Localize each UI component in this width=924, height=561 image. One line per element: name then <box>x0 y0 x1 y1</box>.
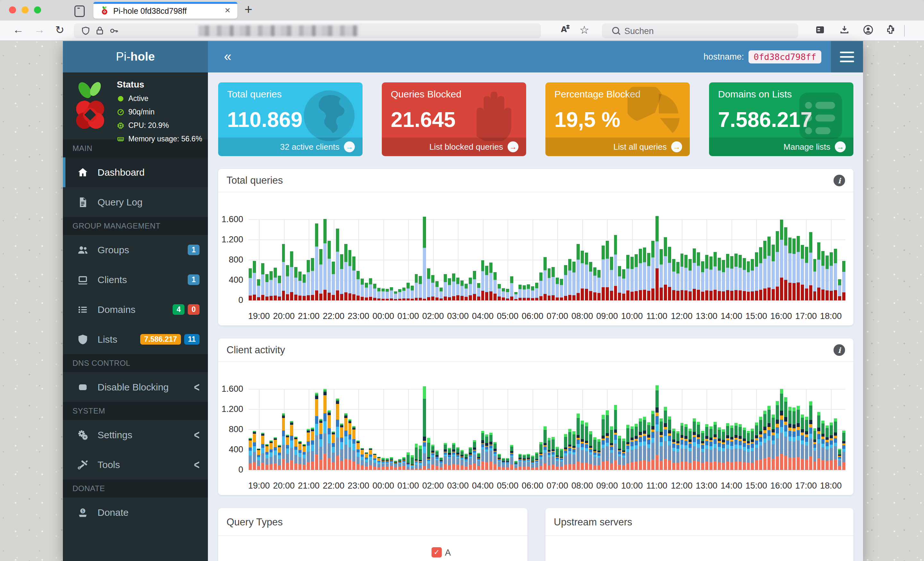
bar[interactable] <box>593 437 596 470</box>
bar[interactable] <box>323 219 327 301</box>
bar[interactable] <box>361 448 364 470</box>
bar[interactable] <box>489 433 492 470</box>
bar[interactable] <box>784 227 788 301</box>
bar[interactable] <box>630 257 634 301</box>
bar[interactable] <box>772 414 775 470</box>
bar[interactable] <box>576 414 580 470</box>
bar[interactable] <box>593 267 596 301</box>
bar[interactable] <box>656 216 658 301</box>
bar[interactable] <box>548 268 551 301</box>
bar[interactable] <box>701 431 704 470</box>
sidebar-item-groups[interactable]: Groups1 <box>63 235 208 265</box>
card-footer-link[interactable]: List all queries→ <box>545 138 690 156</box>
bar[interactable] <box>261 263 264 301</box>
bar[interactable] <box>398 289 401 301</box>
bar[interactable] <box>340 423 343 470</box>
bar[interactable] <box>755 422 758 470</box>
bar[interactable] <box>668 416 671 470</box>
info-icon[interactable]: i <box>834 344 845 356</box>
bar[interactable] <box>506 289 509 301</box>
bar[interactable] <box>634 424 638 470</box>
bar[interactable] <box>315 223 318 301</box>
bar[interactable] <box>485 434 488 470</box>
bar[interactable] <box>743 258 746 301</box>
bar[interactable] <box>373 284 376 301</box>
bar[interactable] <box>705 424 708 470</box>
bar[interactable] <box>282 244 285 301</box>
bar[interactable] <box>730 425 734 470</box>
bar[interactable] <box>763 411 766 470</box>
bar[interactable] <box>489 263 492 301</box>
bar[interactable] <box>830 252 833 301</box>
bar[interactable] <box>643 417 646 470</box>
bar[interactable] <box>406 452 410 470</box>
bar[interactable] <box>494 272 496 301</box>
sidebar-item-lists[interactable]: Lists7.586.21711 <box>63 325 208 354</box>
new-tab-button[interactable]: + <box>244 2 252 17</box>
bar[interactable] <box>747 431 750 470</box>
bar[interactable] <box>730 256 734 301</box>
bar[interactable] <box>332 431 335 470</box>
bar[interactable] <box>838 449 841 470</box>
bar[interactable] <box>759 417 762 470</box>
bar[interactable] <box>726 423 729 470</box>
bar[interactable] <box>572 431 576 470</box>
bar[interactable] <box>834 418 837 470</box>
card-footer-link[interactable]: List blocked queries→ <box>382 138 526 156</box>
bar[interactable] <box>311 428 314 470</box>
bar[interactable] <box>606 410 609 470</box>
bar[interactable] <box>842 431 845 470</box>
bar[interactable] <box>394 461 397 470</box>
bar[interactable] <box>465 284 468 301</box>
bar[interactable] <box>688 259 692 301</box>
bar[interactable] <box>581 420 584 470</box>
bar[interactable] <box>681 423 684 470</box>
legend-checkbox[interactable]: ✓ <box>432 547 442 558</box>
bar[interactable] <box>357 271 360 301</box>
bar[interactable] <box>294 437 297 470</box>
bar[interactable] <box>249 268 252 301</box>
bar[interactable] <box>386 289 389 301</box>
bar[interactable] <box>402 287 405 301</box>
bar[interactable] <box>792 407 796 470</box>
bar[interactable] <box>639 418 642 470</box>
bar[interactable] <box>357 440 360 470</box>
bar[interactable] <box>796 406 800 470</box>
downloads-icon[interactable] <box>839 25 850 37</box>
bar[interactable] <box>390 457 393 470</box>
bar[interactable] <box>817 412 820 470</box>
bar[interactable] <box>319 419 322 470</box>
navbar-menu-button[interactable] <box>831 41 863 72</box>
chart-plot[interactable] <box>249 383 845 470</box>
bar[interactable] <box>825 256 829 301</box>
bar[interactable] <box>763 241 766 301</box>
sidebar-item-tools[interactable]: Tools< <box>63 450 208 480</box>
bar[interactable] <box>556 278 559 301</box>
bar[interactable] <box>718 258 721 301</box>
key-icon[interactable] <box>109 26 119 36</box>
forward-button[interactable]: → <box>34 23 45 36</box>
bar[interactable] <box>681 254 684 301</box>
bar[interactable] <box>266 444 268 470</box>
pihole-brand[interactable]: Pi-hole <box>63 41 208 72</box>
bar[interactable] <box>369 278 372 301</box>
bar[interactable] <box>444 443 447 470</box>
bar[interactable] <box>676 431 680 470</box>
bar[interactable] <box>418 276 422 301</box>
bar[interactable] <box>477 453 480 470</box>
sidebar-item-query-log[interactable]: Query Log <box>63 187 208 217</box>
bar[interactable] <box>377 457 381 470</box>
bar[interactable] <box>348 419 352 470</box>
bar[interactable] <box>738 255 742 301</box>
bar[interactable] <box>303 444 306 470</box>
bar[interactable] <box>469 447 472 470</box>
bar[interactable] <box>755 252 758 301</box>
bar[interactable] <box>589 431 592 470</box>
bar[interactable] <box>634 254 638 301</box>
reload-button[interactable]: ↻ <box>55 23 64 36</box>
bar[interactable] <box>568 259 572 301</box>
bar[interactable] <box>792 238 796 301</box>
bar[interactable] <box>838 279 841 301</box>
bar[interactable] <box>278 445 281 470</box>
bar[interactable] <box>821 420 825 470</box>
